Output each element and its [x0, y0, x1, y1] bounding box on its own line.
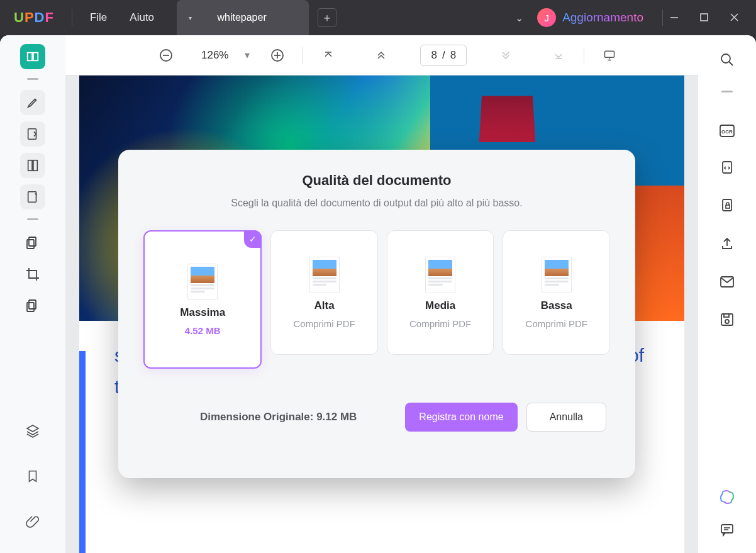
dialog-title: Qualità del documento: [143, 172, 610, 189]
upgrade-link[interactable]: Aggiornamento: [562, 11, 643, 25]
quality-options: ✓ Massima 4.52 MB Alta Comprimi PDF: [143, 230, 610, 369]
separator: [27, 218, 38, 220]
page-tool-button[interactable]: [20, 153, 45, 178]
divider: [584, 47, 584, 64]
option-title: Massima: [180, 306, 225, 319]
minimize-button[interactable]: [669, 13, 682, 23]
svg-rect-28: [724, 314, 729, 317]
reader-mode-button[interactable]: [20, 44, 45, 69]
maximize-button[interactable]: [699, 13, 712, 23]
email-icon[interactable]: [718, 272, 737, 291]
app-body: 126% ▾ 8 / 8: [0, 35, 756, 553]
current-page: 8: [431, 49, 436, 62]
svg-rect-29: [721, 525, 733, 533]
option-meta: Comprimi PDF: [526, 318, 587, 329]
svg-rect-10: [29, 300, 36, 309]
zoom-out-button[interactable]: [155, 44, 177, 67]
quality-option-low[interactable]: Bassa Comprimi PDF: [503, 230, 610, 355]
svg-rect-9: [27, 240, 34, 249]
tabs-dropdown-icon[interactable]: ⌄: [515, 12, 523, 24]
svg-text:OCR: OCR: [721, 129, 733, 135]
copy-pages-button[interactable]: [20, 230, 45, 255]
search-icon[interactable]: [718, 50, 737, 69]
option-meta: 4.52 MB: [185, 325, 221, 336]
option-title: Alta: [314, 299, 335, 312]
tab-menu-icon[interactable]: ▾: [189, 14, 192, 21]
dialog-footer: Dimensione Originale: 9.12 MB Registra c…: [143, 403, 610, 432]
svg-rect-4: [28, 129, 36, 140]
svg-rect-8: [29, 237, 36, 246]
titlebar: UPDF File Aiuto ▾ whitepaper ＋ ⌄ J Aggio…: [0, 0, 756, 35]
dialog-subtitle: Scegli la qualità del documento di outpu…: [143, 198, 610, 209]
next-page-button[interactable]: [494, 44, 517, 67]
save-icon[interactable]: [718, 310, 737, 329]
user-avatar[interactable]: J: [537, 8, 556, 27]
attachment-button[interactable]: [20, 509, 45, 534]
ai-icon[interactable]: [718, 488, 737, 506]
svg-rect-17: [605, 51, 614, 57]
edit-tool-button[interactable]: [20, 121, 45, 147]
close-button[interactable]: [730, 13, 742, 23]
original-size-label: Dimensione Originale: 9.12 MB: [200, 411, 357, 423]
svg-rect-5: [28, 160, 32, 171]
divider: [72, 9, 72, 26]
comment-icon[interactable]: [718, 520, 737, 539]
thumbnail-icon: [542, 257, 572, 293]
prev-page-button[interactable]: [370, 44, 392, 67]
new-tab-button[interactable]: ＋: [318, 8, 336, 27]
last-page-button[interactable]: [547, 44, 570, 67]
divider: [303, 47, 303, 64]
top-toolbar: 126% ▾ 8 / 8: [65, 35, 698, 75]
svg-point-18: [721, 54, 730, 63]
zoom-in-button[interactable]: [266, 44, 289, 67]
svg-point-27: [725, 320, 729, 323]
first-page-button[interactable]: [317, 44, 340, 67]
thumbnail-icon: [187, 264, 218, 300]
right-sidebar: OCR: [698, 35, 756, 553]
layers-button[interactable]: [20, 293, 45, 318]
menu-file[interactable]: File: [79, 8, 118, 28]
protect-icon[interactable]: [718, 197, 737, 216]
svg-rect-22: [723, 162, 731, 173]
menu-help[interactable]: Aiuto: [118, 8, 165, 28]
compress-quality-dialog: Qualità del documento Scegli la qualità …: [118, 150, 635, 478]
left-sidebar: [0, 35, 65, 553]
option-meta: Comprimi PDF: [409, 318, 471, 329]
save-as-button[interactable]: Registra con nome: [405, 403, 517, 432]
quality-option-max[interactable]: ✓ Massima 4.52 MB: [143, 230, 262, 369]
zoom-dropdown[interactable]: ▾: [236, 44, 258, 67]
modal-overlay: Qualità del documento Scegli la qualità …: [65, 75, 698, 553]
quality-option-medium[interactable]: Media Comprimi PDF: [387, 230, 494, 355]
check-icon: ✓: [244, 230, 262, 248]
bookmark-button[interactable]: [20, 464, 45, 489]
svg-rect-1: [701, 14, 708, 21]
zoom-level: 126%: [201, 49, 228, 62]
cancel-button[interactable]: Annulla: [526, 403, 606, 432]
thumbnail-icon: [309, 257, 340, 293]
option-title: Media: [425, 299, 455, 312]
total-pages: 8: [450, 49, 456, 62]
option-meta: Comprimi PDF: [293, 318, 355, 329]
form-tool-button[interactable]: [20, 184, 45, 209]
app-logo: UPDF: [14, 9, 54, 26]
separator: [27, 78, 38, 80]
presentation-button[interactable]: [598, 44, 621, 67]
document-viewport[interactable]: same experimental results as Newton. Sin…: [65, 75, 698, 553]
divider: [662, 9, 663, 26]
document-tab[interactable]: ▾ whitepaper: [177, 0, 309, 35]
crop-button[interactable]: [20, 262, 45, 287]
center-area: 126% ▾ 8 / 8: [65, 35, 698, 553]
share-icon[interactable]: [718, 235, 737, 254]
quality-option-high[interactable]: Alta Comprimi PDF: [270, 230, 378, 355]
ocr-icon[interactable]: OCR: [718, 121, 737, 140]
svg-rect-24: [726, 205, 730, 208]
highlight-tool-button[interactable]: [20, 90, 45, 115]
convert-icon[interactable]: [718, 159, 737, 178]
svg-rect-6: [33, 160, 37, 171]
page-indicator[interactable]: 8 / 8: [420, 45, 467, 66]
svg-rect-11: [27, 303, 34, 311]
option-title: Bassa: [541, 299, 572, 312]
separator: [721, 91, 733, 92]
layers-panel-button[interactable]: [20, 418, 45, 444]
thumbnail-icon: [425, 257, 455, 293]
